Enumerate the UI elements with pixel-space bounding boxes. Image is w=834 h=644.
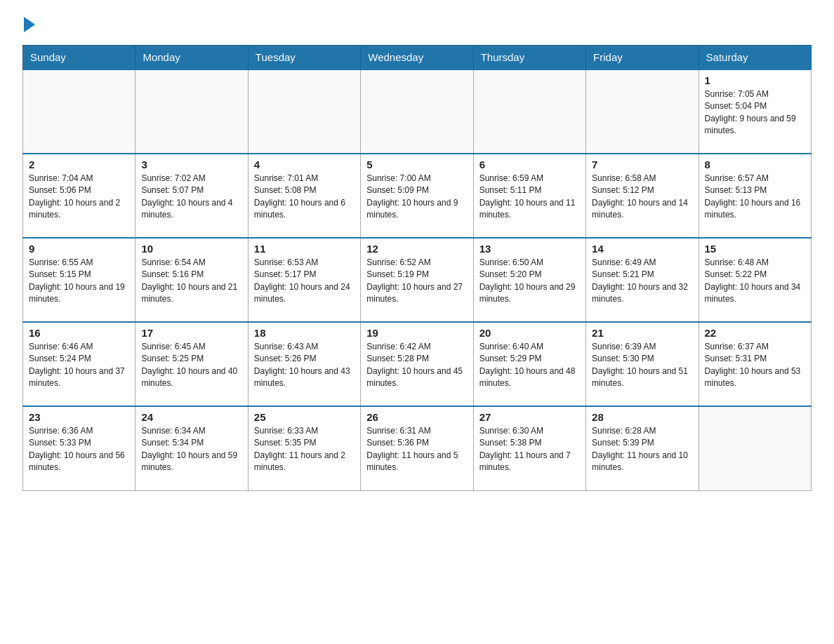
page-header xyxy=(22,17,812,32)
calendar-cell xyxy=(23,69,135,154)
day-info: Sunrise: 6:30 AM Sunset: 5:38 PM Dayligh… xyxy=(479,425,580,474)
calendar-cell xyxy=(248,69,360,154)
day-number: 6 xyxy=(479,159,580,170)
calendar-cell: 11Sunrise: 6:53 AM Sunset: 5:17 PM Dayli… xyxy=(248,238,360,322)
day-number: 12 xyxy=(366,243,467,255)
calendar-cell xyxy=(699,406,811,490)
day-info: Sunrise: 6:58 AM Sunset: 5:12 PM Dayligh… xyxy=(592,173,692,222)
day-number: 17 xyxy=(141,327,241,339)
week-row-4: 16Sunrise: 6:46 AM Sunset: 5:24 PM Dayli… xyxy=(23,322,812,406)
calendar-cell: 4Sunrise: 7:01 AM Sunset: 5:08 PM Daylig… xyxy=(248,154,360,238)
logo-arrow-icon xyxy=(24,17,35,32)
day-number: 21 xyxy=(592,327,692,339)
calendar-cell: 10Sunrise: 6:54 AM Sunset: 5:16 PM Dayli… xyxy=(135,238,248,322)
calendar-cell: 18Sunrise: 6:43 AM Sunset: 5:26 PM Dayli… xyxy=(248,322,360,406)
calendar-cell: 13Sunrise: 6:50 AM Sunset: 5:20 PM Dayli… xyxy=(473,238,585,322)
calendar-cell: 22Sunrise: 6:37 AM Sunset: 5:31 PM Dayli… xyxy=(699,322,811,406)
day-number: 19 xyxy=(366,327,467,339)
day-number: 28 xyxy=(592,411,692,423)
calendar-cell: 21Sunrise: 6:39 AM Sunset: 5:30 PM Dayli… xyxy=(586,322,699,406)
calendar-cell: 9Sunrise: 6:55 AM Sunset: 5:15 PM Daylig… xyxy=(23,238,135,322)
day-number: 4 xyxy=(254,159,355,170)
day-info: Sunrise: 6:53 AM Sunset: 5:17 PM Dayligh… xyxy=(254,257,355,306)
weekday-header-tuesday: Tuesday xyxy=(248,46,360,70)
calendar-cell: 2Sunrise: 7:04 AM Sunset: 5:06 PM Daylig… xyxy=(23,154,135,238)
day-number: 9 xyxy=(29,243,129,255)
day-info: Sunrise: 6:31 AM Sunset: 5:36 PM Dayligh… xyxy=(366,425,467,474)
day-info: Sunrise: 6:28 AM Sunset: 5:39 PM Dayligh… xyxy=(592,425,692,474)
calendar-cell: 5Sunrise: 7:00 AM Sunset: 5:09 PM Daylig… xyxy=(361,154,473,238)
week-row-2: 2Sunrise: 7:04 AM Sunset: 5:06 PM Daylig… xyxy=(23,154,812,238)
day-info: Sunrise: 6:33 AM Sunset: 5:35 PM Dayligh… xyxy=(254,425,355,474)
calendar-cell: 17Sunrise: 6:45 AM Sunset: 5:25 PM Dayli… xyxy=(135,322,248,406)
day-number: 10 xyxy=(141,243,241,255)
day-info: Sunrise: 6:45 AM Sunset: 5:25 PM Dayligh… xyxy=(141,341,241,390)
day-info: Sunrise: 7:01 AM Sunset: 5:08 PM Dayligh… xyxy=(254,173,355,222)
day-number: 16 xyxy=(29,327,129,339)
day-number: 15 xyxy=(705,243,805,255)
day-info: Sunrise: 6:54 AM Sunset: 5:16 PM Dayligh… xyxy=(141,257,241,306)
weekday-header-thursday: Thursday xyxy=(473,46,585,70)
day-info: Sunrise: 7:00 AM Sunset: 5:09 PM Dayligh… xyxy=(366,173,467,222)
calendar-cell: 8Sunrise: 6:57 AM Sunset: 5:13 PM Daylig… xyxy=(699,154,811,238)
calendar-cell xyxy=(586,69,699,154)
day-number: 5 xyxy=(366,159,467,170)
day-number: 24 xyxy=(141,411,241,423)
calendar-header-row: SundayMondayTuesdayWednesdayThursdayFrid… xyxy=(23,46,812,70)
day-number: 7 xyxy=(592,159,692,170)
day-info: Sunrise: 6:40 AM Sunset: 5:29 PM Dayligh… xyxy=(479,341,580,390)
calendar-table: SundayMondayTuesdayWednesdayThursdayFrid… xyxy=(22,45,812,491)
day-info: Sunrise: 6:59 AM Sunset: 5:11 PM Dayligh… xyxy=(479,173,580,222)
calendar-cell: 23Sunrise: 6:36 AM Sunset: 5:33 PM Dayli… xyxy=(23,406,135,490)
day-info: Sunrise: 6:42 AM Sunset: 5:28 PM Dayligh… xyxy=(366,341,467,390)
day-info: Sunrise: 7:05 AM Sunset: 5:04 PM Dayligh… xyxy=(705,88,805,137)
day-info: Sunrise: 6:52 AM Sunset: 5:19 PM Dayligh… xyxy=(366,257,467,306)
day-number: 18 xyxy=(254,327,355,339)
day-info: Sunrise: 6:43 AM Sunset: 5:26 PM Dayligh… xyxy=(254,341,355,390)
weekday-header-friday: Friday xyxy=(586,46,699,70)
logo xyxy=(22,17,35,32)
day-info: Sunrise: 6:37 AM Sunset: 5:31 PM Dayligh… xyxy=(705,341,805,390)
calendar-cell: 27Sunrise: 6:30 AM Sunset: 5:38 PM Dayli… xyxy=(473,406,585,490)
day-number: 25 xyxy=(254,411,355,423)
day-number: 27 xyxy=(479,411,580,423)
calendar-cell: 25Sunrise: 6:33 AM Sunset: 5:35 PM Dayli… xyxy=(248,406,360,490)
calendar-cell: 3Sunrise: 7:02 AM Sunset: 5:07 PM Daylig… xyxy=(135,154,248,238)
day-number: 1 xyxy=(705,74,805,86)
calendar-cell: 7Sunrise: 6:58 AM Sunset: 5:12 PM Daylig… xyxy=(586,154,699,238)
day-info: Sunrise: 6:50 AM Sunset: 5:20 PM Dayligh… xyxy=(479,257,580,306)
day-info: Sunrise: 6:46 AM Sunset: 5:24 PM Dayligh… xyxy=(29,341,129,390)
day-number: 14 xyxy=(592,243,692,255)
day-info: Sunrise: 7:02 AM Sunset: 5:07 PM Dayligh… xyxy=(141,173,241,222)
day-number: 11 xyxy=(254,243,355,255)
day-info: Sunrise: 6:39 AM Sunset: 5:30 PM Dayligh… xyxy=(592,341,692,390)
calendar-cell: 16Sunrise: 6:46 AM Sunset: 5:24 PM Dayli… xyxy=(23,322,135,406)
day-number: 3 xyxy=(141,159,241,170)
day-number: 23 xyxy=(29,411,129,423)
calendar-cell: 28Sunrise: 6:28 AM Sunset: 5:39 PM Dayli… xyxy=(586,406,699,490)
calendar-cell: 6Sunrise: 6:59 AM Sunset: 5:11 PM Daylig… xyxy=(473,154,585,238)
calendar-cell: 12Sunrise: 6:52 AM Sunset: 5:19 PM Dayli… xyxy=(361,238,473,322)
calendar-cell: 26Sunrise: 6:31 AM Sunset: 5:36 PM Dayli… xyxy=(361,406,473,490)
day-info: Sunrise: 6:55 AM Sunset: 5:15 PM Dayligh… xyxy=(29,257,129,306)
weekday-header-monday: Monday xyxy=(135,46,248,70)
day-info: Sunrise: 6:57 AM Sunset: 5:13 PM Dayligh… xyxy=(705,173,805,222)
day-info: Sunrise: 7:04 AM Sunset: 5:06 PM Dayligh… xyxy=(29,173,129,222)
calendar-cell xyxy=(135,69,248,154)
calendar-cell: 14Sunrise: 6:49 AM Sunset: 5:21 PM Dayli… xyxy=(586,238,699,322)
calendar-cell: 1Sunrise: 7:05 AM Sunset: 5:04 PM Daylig… xyxy=(699,69,811,154)
day-number: 13 xyxy=(479,243,580,255)
day-number: 8 xyxy=(705,159,805,170)
week-row-5: 23Sunrise: 6:36 AM Sunset: 5:33 PM Dayli… xyxy=(23,406,812,490)
day-number: 22 xyxy=(705,327,805,339)
calendar-cell: 20Sunrise: 6:40 AM Sunset: 5:29 PM Dayli… xyxy=(473,322,585,406)
day-info: Sunrise: 6:34 AM Sunset: 5:34 PM Dayligh… xyxy=(141,425,241,474)
weekday-header-sunday: Sunday xyxy=(23,46,135,70)
calendar-cell xyxy=(361,69,473,154)
day-info: Sunrise: 6:36 AM Sunset: 5:33 PM Dayligh… xyxy=(29,425,129,474)
week-row-3: 9Sunrise: 6:55 AM Sunset: 5:15 PM Daylig… xyxy=(23,238,812,322)
day-number: 26 xyxy=(366,411,467,423)
day-number: 20 xyxy=(479,327,580,339)
day-info: Sunrise: 6:49 AM Sunset: 5:21 PM Dayligh… xyxy=(592,257,692,306)
day-number: 2 xyxy=(29,159,129,170)
